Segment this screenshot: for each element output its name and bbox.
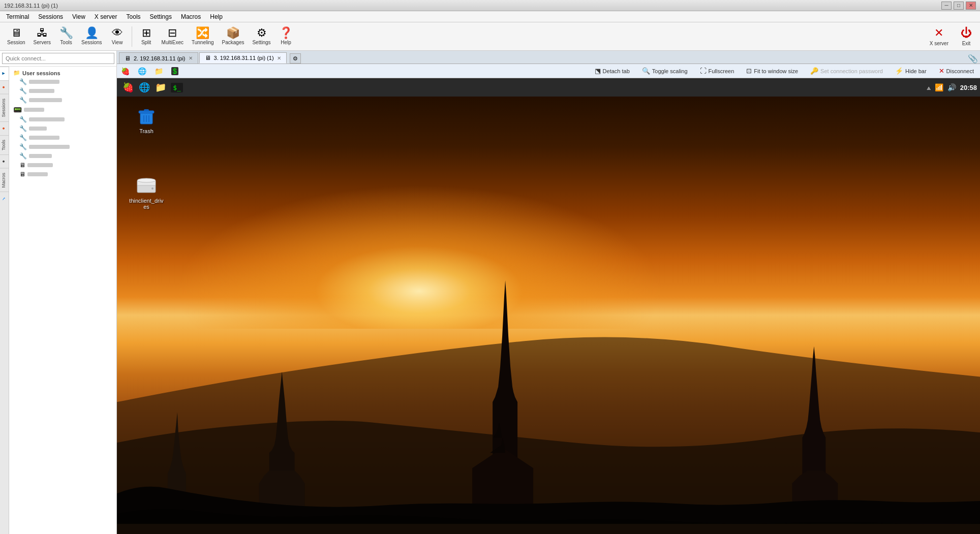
rpi-taskbar-right: ⟁ 📶 🔊 20:58: [927, 83, 977, 91]
tab1-close[interactable]: ✕: [189, 55, 193, 61]
list-item[interactable]: 🔧: [11, 115, 114, 124]
tools-button[interactable]: 🔧 Tools: [56, 26, 76, 46]
sidebar-tab-macros2[interactable]: ●: [0, 154, 9, 168]
split-label: Split: [141, 40, 151, 45]
minimize-button[interactable]: ─: [941, 2, 952, 10]
maximize-button[interactable]: □: [954, 2, 964, 10]
session-item-bar: [29, 154, 52, 158]
tab2-close[interactable]: ✕: [277, 55, 281, 61]
rpi-globe-icon: 🌐: [139, 82, 150, 93]
detach-tab-button[interactable]: ⬔ Detach tab: [593, 66, 632, 76]
rpi-globe-button[interactable]: 🌐: [136, 79, 152, 96]
list-item[interactable]: 🔧: [11, 133, 114, 142]
tab-2[interactable]: 🖥 3. 192.168.31.11 (pi) (1) ✕: [199, 52, 287, 64]
hide-bar-label: Hide bar: [905, 68, 927, 74]
session-item-icon: 🔧: [19, 134, 27, 141]
menu-xserver[interactable]: X server: [90, 12, 121, 21]
sidebar-tab-tools[interactable]: Sessions: [0, 94, 9, 121]
svg-rect-3: [144, 109, 149, 111]
tunneling-button[interactable]: 🔀 Tunneling: [189, 26, 217, 46]
session-item-icon: 🔧: [19, 152, 27, 160]
fit-window-button[interactable]: ⊡ Fit to window size: [744, 66, 800, 76]
menu-macros[interactable]: Macros: [177, 12, 205, 21]
list-item[interactable]: 🔧: [11, 96, 114, 105]
hide-bar-button[interactable]: ⚡ Hide bar: [893, 66, 929, 76]
servers-icon: 🖧: [37, 27, 48, 39]
globe-icon: 🌐: [138, 67, 146, 75]
menu-tools[interactable]: Tools: [122, 12, 145, 21]
attachment-icon[interactable]: 📎: [968, 54, 978, 64]
fit-window-label: Fit to window size: [754, 68, 798, 74]
exit-button[interactable]: ⏻ Exit: [957, 25, 976, 47]
xserver-button[interactable]: ✕ X server: [926, 25, 953, 47]
sidebar-tab-tools2[interactable]: ●: [0, 121, 9, 135]
list-item[interactable]: 📟: [11, 105, 114, 115]
right-toolbar: ✕ X server ⏻ Exit: [926, 25, 976, 47]
multiexec-icon: ⊟: [168, 27, 177, 39]
exit-label: Exit: [962, 41, 971, 46]
sidebar-tab-check[interactable]: ✓: [0, 192, 9, 205]
sidebar-tab-macros[interactable]: Tools: [0, 135, 9, 154]
settings-button[interactable]: ⚙ Settings: [249, 26, 273, 46]
menu-terminal[interactable]: Terminal: [2, 12, 33, 21]
tab-settings-button[interactable]: ⚙: [290, 53, 301, 64]
tab1-label: 2. 192.168.31.11 (pi): [134, 55, 186, 61]
tunneling-icon: 🔀: [196, 27, 209, 39]
tab2-icon: 🖥: [205, 54, 211, 61]
attachment-area: 📎: [968, 54, 978, 64]
sidebar-tab-sessions[interactable]: ◄: [0, 67, 9, 80]
menu-view[interactable]: View: [68, 12, 89, 21]
help-button[interactable]: ❓ Help: [276, 26, 296, 46]
quick-connect-input[interactable]: [2, 53, 114, 64]
sidebar-tab-macro[interactable]: Macros: [0, 168, 9, 192]
drive-svg: [135, 176, 158, 195]
fullscreen-button[interactable]: ⛶ Fullscreen: [698, 66, 737, 76]
scaling-icon: 🔍: [642, 67, 650, 75]
list-item[interactable]: 🔧: [11, 151, 114, 161]
volume-icon[interactable]: 🔊: [947, 83, 956, 91]
list-item[interactable]: 🔧: [11, 124, 114, 133]
sessions-header-text: User sessions: [22, 70, 60, 76]
tab-1[interactable]: 🖥 2. 192.168.31.11 (pi) ✕: [119, 52, 198, 64]
disconnect-button[interactable]: ✕ Disconnect: [937, 66, 976, 76]
disconnect-label: Disconnect: [946, 68, 974, 74]
clock-display: 20:58: [960, 84, 977, 91]
menu-sessions[interactable]: Sessions: [34, 12, 67, 21]
session-button[interactable]: 🖥 Session: [4, 26, 28, 46]
menu-help[interactable]: Help: [206, 12, 227, 21]
tools-label: Tools: [60, 40, 72, 45]
multiexec-button[interactable]: ⊟ MultiExec: [159, 26, 187, 46]
servers-label: Servers: [34, 40, 51, 45]
toggle-scaling-button[interactable]: 🔍 Toggle scaling: [640, 66, 690, 76]
remote-desktop: 🍓 🌐 📁 $_ ⟁ 📶: [117, 78, 980, 534]
session-item-bar: [27, 163, 53, 167]
list-item[interactable]: 🖥: [11, 170, 114, 179]
bluetooth-icon[interactable]: ⟁: [927, 83, 931, 91]
close-button[interactable]: ✕: [966, 2, 976, 10]
session-item-bar: [29, 136, 59, 140]
view-icon: 👁: [112, 27, 123, 39]
packages-button[interactable]: 📦 Packages: [219, 26, 248, 46]
rpi-terminal-button[interactable]: $_: [169, 79, 185, 96]
set-connection-button[interactable]: 🔑 Set connection password: [808, 66, 885, 76]
session-item-bar: [29, 89, 54, 93]
sidebar-tab-sessions2[interactable]: ●: [0, 80, 9, 94]
split-button[interactable]: ⊞ Split: [136, 26, 157, 46]
trash-desktop-icon[interactable]: Trash: [126, 103, 167, 136]
list-item[interactable]: 🔧: [11, 77, 114, 86]
rpi-files-button[interactable]: 📁: [152, 79, 169, 96]
wifi-icon[interactable]: 📶: [935, 83, 943, 91]
menu-settings[interactable]: Settings: [146, 12, 176, 21]
list-item[interactable]: 🔧: [11, 142, 114, 151]
sidebar-content: 📁 User sessions 🔧 🔧 🔧: [9, 67, 116, 534]
servers-button[interactable]: 🖧 Servers: [30, 26, 54, 46]
rpi-raspberry-button[interactable]: 🍓: [120, 79, 136, 96]
session-item-bar: [29, 98, 62, 102]
view-button[interactable]: 👁 View: [107, 26, 128, 46]
list-item[interactable]: 🔧: [11, 86, 114, 96]
list-item[interactable]: 🖥: [11, 161, 114, 170]
tunneling-label: Tunneling: [192, 40, 214, 45]
sessions-button[interactable]: 👤 Sessions: [78, 26, 105, 46]
drives-desktop-icon[interactable]: thinclient_drives: [126, 172, 167, 212]
session-label: Session: [7, 40, 25, 45]
